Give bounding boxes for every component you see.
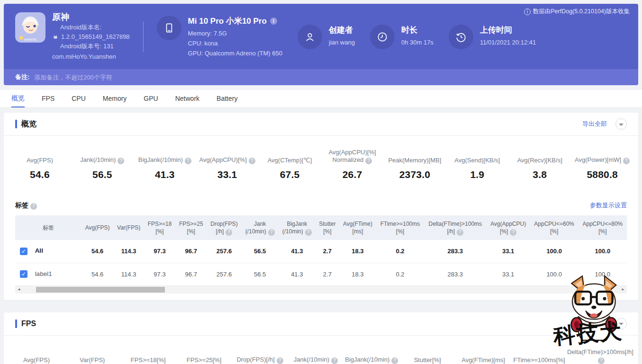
tab[interactable]: Network bbox=[175, 90, 199, 107]
help-icon[interactable] bbox=[226, 229, 232, 236]
metric-label: Avg(Send)[KB/s] bbox=[446, 147, 508, 164]
fps-title: FPS bbox=[21, 320, 36, 328]
duration-label: 时长 bbox=[401, 25, 417, 36]
metric: Avg(FTime)[ms] 18.3 bbox=[455, 347, 511, 364]
metric-label: Avg(AppCPU)[%] bbox=[196, 147, 259, 164]
help-icon[interactable] bbox=[365, 158, 372, 164]
person-icon bbox=[298, 25, 322, 49]
overview-collapse-button[interactable] bbox=[615, 118, 627, 130]
table-cell: 41.3 bbox=[279, 240, 316, 263]
param-display-settings-link[interactable]: 参数显示设置 bbox=[590, 201, 627, 210]
help-icon[interactable] bbox=[185, 158, 191, 164]
metric-label: Drop(FPS)[/h] bbox=[232, 347, 288, 364]
metric-value: 26.7 bbox=[321, 169, 384, 180]
help-icon[interactable] bbox=[249, 158, 255, 164]
column-header: Avg(FPS) bbox=[81, 215, 113, 240]
tab[interactable]: Battery bbox=[217, 90, 237, 107]
history-icon bbox=[449, 25, 473, 49]
table-cell: 33.1 bbox=[487, 240, 530, 263]
help-icon[interactable] bbox=[118, 158, 124, 164]
row-label: label1 bbox=[35, 270, 52, 277]
metric-label: FPS>=18[%] bbox=[120, 347, 176, 364]
metric: BigJank(/10min) 41.3 bbox=[134, 147, 196, 180]
table-cell: 100.0 bbox=[579, 263, 627, 285]
help-icon[interactable] bbox=[331, 357, 338, 364]
column-header: Avg(FTime) [ms] bbox=[339, 215, 376, 240]
creator-block: 创建者 jian wang bbox=[298, 25, 355, 49]
metric: Avg(FPS) 54.6 bbox=[9, 147, 71, 180]
tab[interactable]: FPS bbox=[42, 90, 54, 107]
labels-section: 标签 参数显示设置 标签 Avg(FPS) Var(FPS) bbox=[4, 201, 638, 300]
table-cell: 100.0 bbox=[530, 240, 579, 263]
help-icon[interactable] bbox=[391, 357, 398, 364]
table-cell: 283.3 bbox=[424, 240, 487, 263]
tab[interactable]: GPU bbox=[144, 90, 158, 107]
column-header: Stutter [%] bbox=[316, 215, 339, 240]
scrollbar-thumb[interactable] bbox=[36, 287, 165, 293]
labels-table: 标签 Avg(FPS) Var(FPS) bbox=[15, 215, 627, 286]
table-cell: 54.6 bbox=[81, 263, 113, 285]
header-divider bbox=[143, 22, 144, 52]
table-cell: 56.5 bbox=[242, 263, 279, 285]
fps-collapse-button[interactable] bbox=[615, 318, 627, 329]
help-icon[interactable] bbox=[30, 203, 37, 210]
help-icon[interactable] bbox=[510, 229, 516, 236]
column-header: Var(FPS) bbox=[113, 215, 144, 240]
horizontal-scrollbar[interactable] bbox=[15, 286, 627, 293]
tab-label: Memory bbox=[103, 95, 127, 102]
scroll-left-arrow[interactable] bbox=[15, 286, 23, 293]
export-all-link[interactable]: 导出全部 bbox=[582, 120, 607, 128]
row-checkbox[interactable] bbox=[20, 270, 27, 278]
device-info-icon[interactable] bbox=[270, 18, 277, 25]
scroll-right-arrow[interactable] bbox=[619, 286, 627, 293]
help-icon[interactable] bbox=[598, 357, 605, 364]
metric-label: Jank(/10min) bbox=[288, 347, 344, 364]
tab-bar: 概览 FPS CPU Memory GPU Network Battery bbox=[0, 90, 642, 108]
table-cell: 97.3 bbox=[144, 263, 175, 285]
upload-value: 11/01/2021 20:12:41 bbox=[480, 37, 536, 47]
help-icon[interactable] bbox=[623, 158, 630, 164]
metric-value: 67.5 bbox=[259, 169, 321, 180]
tab[interactable]: 概览 bbox=[11, 90, 25, 107]
metric-value: 54.6 bbox=[9, 169, 71, 180]
fps-metrics: Avg(FPS) 54.6 Var(FPS) 114.3 FPS>=18[%] bbox=[4, 336, 638, 364]
table-cell: 96.7 bbox=[175, 240, 207, 263]
metric-label: Avg(FTime)[ms] bbox=[455, 347, 511, 364]
metric-label: Jank(/10min) bbox=[71, 147, 134, 164]
table-cell: 18.3 bbox=[339, 263, 376, 285]
android-version: 1.2.0_1565149_1627898 bbox=[61, 32, 130, 42]
metric-value: 1.9 bbox=[446, 169, 508, 180]
note-label: 备注: bbox=[15, 73, 29, 81]
metric-label: BigJank(/10min) bbox=[134, 147, 196, 164]
metric: Drop(FPS)[/h] 257.6 bbox=[232, 347, 288, 364]
overview-metrics: Avg(FPS) 54.6 Jank(/10min) 56.5 BigJank(… bbox=[4, 136, 638, 189]
header-main: 数据由PerfDog(5.0.210104)版本收集 miHoYo 原神 bbox=[4, 4, 638, 69]
tab[interactable]: CPU bbox=[72, 90, 86, 107]
column-header: Jank (/10min) bbox=[242, 215, 279, 240]
metric-label: Stutter[%] bbox=[399, 347, 455, 364]
help-icon[interactable] bbox=[277, 357, 283, 364]
metric-label: Delta(FTime)>100ms[/h] bbox=[567, 347, 633, 364]
row-checkbox[interactable] bbox=[20, 248, 27, 255]
metric-label: FTime>=100ms[%] bbox=[511, 347, 567, 364]
metric: Avg(Power)[mW] 5880.8 bbox=[571, 147, 633, 180]
device-gpu: GPU: Qualcomm Adreno (TM) 650 bbox=[188, 48, 282, 58]
note-input[interactable] bbox=[34, 74, 627, 81]
chevron-down-icon bbox=[619, 323, 624, 325]
creator-label: 创建者 bbox=[329, 25, 353, 36]
section-accent-bar bbox=[15, 320, 17, 328]
metric: Var(FPS) 114.3 bbox=[64, 347, 120, 364]
help-icon[interactable] bbox=[457, 229, 463, 236]
collect-info: 数据由PerfDog(5.0.210104)版本收集 bbox=[524, 8, 630, 16]
metric: Avg(Send)[KB/s] 1.9 bbox=[446, 147, 508, 180]
metric-label: Avg(AppCPU)[%] Normalized bbox=[321, 147, 384, 164]
device-memory: Memory: 7.5G bbox=[188, 28, 282, 38]
android-build: Android版本号: 131 bbox=[60, 42, 130, 51]
column-header-label: 标签 bbox=[15, 215, 81, 240]
android-version-line: 1.2.0_1565149_1627898 bbox=[52, 32, 130, 42]
help-icon[interactable] bbox=[268, 229, 275, 236]
section-accent-bar bbox=[15, 120, 17, 128]
help-icon[interactable] bbox=[305, 229, 312, 236]
tab[interactable]: Memory bbox=[103, 90, 127, 107]
metric: Jank(/10min) 56.5 bbox=[71, 147, 134, 180]
